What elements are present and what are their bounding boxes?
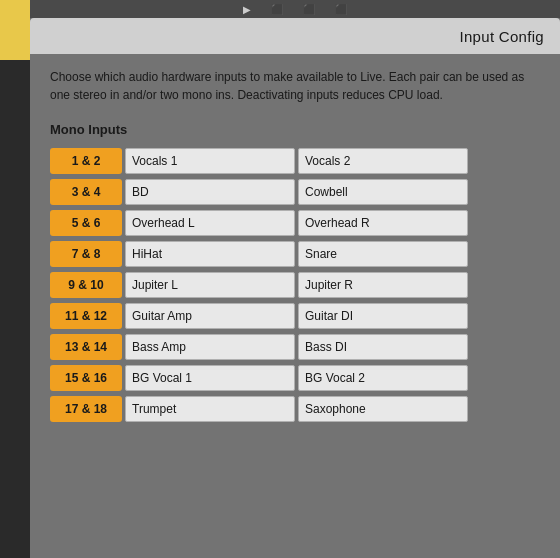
- right-input-label[interactable]: Bass DI: [298, 334, 468, 360]
- channel-button[interactable]: 13 & 14: [50, 334, 122, 360]
- transport-icon-4[interactable]: ⬛: [335, 4, 347, 15]
- left-input-label[interactable]: Bass Amp: [125, 334, 295, 360]
- left-sidebar: [0, 0, 30, 558]
- content-area: Choose which audio hardware inputs to ma…: [30, 54, 560, 437]
- right-input-label[interactable]: Vocals 2: [298, 148, 468, 174]
- title-bar: Input Config: [30, 18, 560, 54]
- channel-button[interactable]: 5 & 6: [50, 210, 122, 236]
- channel-button[interactable]: 9 & 10: [50, 272, 122, 298]
- channel-button[interactable]: 1 & 2: [50, 148, 122, 174]
- left-input-label[interactable]: HiHat: [125, 241, 295, 267]
- panel-title: Input Config: [460, 28, 545, 45]
- left-input-label[interactable]: Overhead L: [125, 210, 295, 236]
- top-bar: ▶ ⬛ ⬛ ⬛: [30, 0, 560, 18]
- input-row: 11 & 12Guitar AmpGuitar DI: [50, 302, 540, 330]
- transport-controls: ▶ ⬛ ⬛ ⬛: [243, 4, 347, 15]
- left-input-label[interactable]: Guitar Amp: [125, 303, 295, 329]
- channel-button[interactable]: 17 & 18: [50, 396, 122, 422]
- input-row: 7 & 8HiHatSnare: [50, 240, 540, 268]
- input-row: 13 & 14Bass AmpBass DI: [50, 333, 540, 361]
- right-input-label[interactable]: Snare: [298, 241, 468, 267]
- transport-icon-2[interactable]: ⬛: [271, 4, 283, 15]
- input-row: 5 & 6Overhead LOverhead R: [50, 209, 540, 237]
- channel-button[interactable]: 11 & 12: [50, 303, 122, 329]
- right-input-label[interactable]: Jupiter R: [298, 272, 468, 298]
- sidebar-yellow-strip: [0, 0, 30, 60]
- main-panel: Input Config Choose which audio hardware…: [30, 18, 560, 558]
- description: Choose which audio hardware inputs to ma…: [50, 68, 540, 104]
- left-input-label[interactable]: Jupiter L: [125, 272, 295, 298]
- input-rows: 1 & 2Vocals 1Vocals 23 & 4BDCowbell5 & 6…: [50, 147, 540, 423]
- input-row: 3 & 4BDCowbell: [50, 178, 540, 206]
- right-input-label[interactable]: BG Vocal 2: [298, 365, 468, 391]
- channel-button[interactable]: 15 & 16: [50, 365, 122, 391]
- channel-button[interactable]: 3 & 4: [50, 179, 122, 205]
- input-row: 9 & 10Jupiter LJupiter R: [50, 271, 540, 299]
- input-row: 1 & 2Vocals 1Vocals 2: [50, 147, 540, 175]
- left-input-label[interactable]: BG Vocal 1: [125, 365, 295, 391]
- channel-button[interactable]: 7 & 8: [50, 241, 122, 267]
- input-row: 17 & 18TrumpetSaxophone: [50, 395, 540, 423]
- transport-icon-1[interactable]: ▶: [243, 4, 251, 15]
- right-input-label[interactable]: Saxophone: [298, 396, 468, 422]
- left-input-label[interactable]: Trumpet: [125, 396, 295, 422]
- left-input-label[interactable]: Vocals 1: [125, 148, 295, 174]
- right-input-label[interactable]: Guitar DI: [298, 303, 468, 329]
- section-label: Mono Inputs: [50, 122, 540, 137]
- sidebar-dark-strip: [0, 60, 30, 558]
- transport-icon-3[interactable]: ⬛: [303, 4, 315, 15]
- right-input-label[interactable]: Overhead R: [298, 210, 468, 236]
- input-row: 15 & 16BG Vocal 1BG Vocal 2: [50, 364, 540, 392]
- right-input-label[interactable]: Cowbell: [298, 179, 468, 205]
- left-input-label[interactable]: BD: [125, 179, 295, 205]
